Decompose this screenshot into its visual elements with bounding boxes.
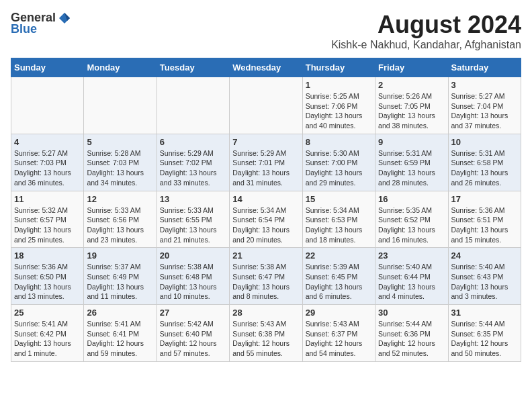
day-number: 31 bbox=[451, 308, 518, 318]
day-number: 28 bbox=[232, 308, 299, 318]
calendar-cell: 22Sunrise: 5:39 AM Sunset: 6:45 PM Dayli… bbox=[302, 248, 375, 305]
day-number: 26 bbox=[87, 308, 153, 318]
page-header: General Blue August 2024 Kishk-e Nakhud,… bbox=[11, 11, 521, 51]
day-info: Sunrise: 5:33 AM Sunset: 6:56 PM Dayligh… bbox=[87, 205, 153, 245]
day-info: Sunrise: 5:27 AM Sunset: 7:04 PM Dayligh… bbox=[451, 91, 518, 131]
day-info: Sunrise: 5:30 AM Sunset: 7:00 PM Dayligh… bbox=[306, 148, 372, 188]
calendar-cell: 6Sunrise: 5:29 AM Sunset: 7:02 PM Daylig… bbox=[157, 134, 229, 191]
calendar-cell bbox=[230, 77, 302, 134]
header-tuesday: Tuesday bbox=[157, 58, 229, 77]
calendar-cell bbox=[157, 77, 229, 134]
day-info: Sunrise: 5:29 AM Sunset: 7:01 PM Dayligh… bbox=[232, 148, 299, 188]
day-info: Sunrise: 5:39 AM Sunset: 6:45 PM Dayligh… bbox=[306, 262, 372, 302]
day-number: 27 bbox=[160, 308, 226, 318]
day-info: Sunrise: 5:31 AM Sunset: 6:59 PM Dayligh… bbox=[378, 148, 445, 188]
logo-blue-text: Blue bbox=[11, 22, 37, 36]
day-number: 2 bbox=[378, 80, 445, 90]
day-number: 25 bbox=[14, 308, 81, 318]
calendar-cell: 8Sunrise: 5:30 AM Sunset: 7:00 PM Daylig… bbox=[302, 134, 375, 191]
calendar-cell: 26Sunrise: 5:41 AM Sunset: 6:41 PM Dayli… bbox=[84, 305, 157, 362]
calendar-week-3: 11Sunrise: 5:32 AM Sunset: 6:57 PM Dayli… bbox=[11, 191, 521, 248]
day-info: Sunrise: 5:42 AM Sunset: 6:40 PM Dayligh… bbox=[160, 319, 226, 359]
calendar-cell: 14Sunrise: 5:34 AM Sunset: 6:54 PM Dayli… bbox=[230, 191, 302, 248]
calendar-cell: 28Sunrise: 5:43 AM Sunset: 6:38 PM Dayli… bbox=[230, 305, 302, 362]
day-number: 17 bbox=[451, 194, 518, 204]
calendar-cell: 21Sunrise: 5:38 AM Sunset: 6:47 PM Dayli… bbox=[230, 248, 302, 305]
day-number: 15 bbox=[306, 194, 372, 204]
day-info: Sunrise: 5:44 AM Sunset: 6:36 PM Dayligh… bbox=[378, 319, 445, 359]
day-info: Sunrise: 5:26 AM Sunset: 7:05 PM Dayligh… bbox=[378, 91, 445, 131]
header-saturday: Saturday bbox=[448, 58, 521, 77]
day-info: Sunrise: 5:31 AM Sunset: 6:58 PM Dayligh… bbox=[451, 148, 518, 188]
calendar-cell: 13Sunrise: 5:33 AM Sunset: 6:55 PM Dayli… bbox=[157, 191, 229, 248]
calendar-cell: 30Sunrise: 5:44 AM Sunset: 6:36 PM Dayli… bbox=[375, 305, 448, 362]
page-title: August 2024 bbox=[331, 11, 521, 39]
day-info: Sunrise: 5:40 AM Sunset: 6:43 PM Dayligh… bbox=[451, 262, 518, 302]
calendar-cell: 31Sunrise: 5:44 AM Sunset: 6:35 PM Dayli… bbox=[448, 305, 521, 362]
day-info: Sunrise: 5:43 AM Sunset: 6:38 PM Dayligh… bbox=[232, 319, 299, 359]
day-number: 24 bbox=[451, 250, 518, 261]
calendar-cell: 25Sunrise: 5:41 AM Sunset: 6:42 PM Dayli… bbox=[11, 305, 84, 362]
calendar-cell: 17Sunrise: 5:36 AM Sunset: 6:51 PM Dayli… bbox=[448, 191, 521, 248]
calendar-cell: 27Sunrise: 5:42 AM Sunset: 6:40 PM Dayli… bbox=[157, 305, 229, 362]
day-number: 21 bbox=[232, 250, 299, 261]
day-number: 5 bbox=[87, 137, 153, 147]
calendar-cell: 2Sunrise: 5:26 AM Sunset: 7:05 PM Daylig… bbox=[375, 77, 448, 134]
calendar-cell bbox=[11, 77, 84, 134]
day-info: Sunrise: 5:38 AM Sunset: 6:47 PM Dayligh… bbox=[232, 262, 299, 302]
header-friday: Friday bbox=[375, 58, 448, 77]
calendar-cell: 10Sunrise: 5:31 AM Sunset: 6:58 PM Dayli… bbox=[448, 134, 521, 191]
day-number: 30 bbox=[378, 308, 445, 318]
day-info: Sunrise: 5:32 AM Sunset: 6:57 PM Dayligh… bbox=[14, 205, 81, 245]
day-info: Sunrise: 5:38 AM Sunset: 6:48 PM Dayligh… bbox=[160, 262, 226, 302]
calendar-cell: 18Sunrise: 5:36 AM Sunset: 6:50 PM Dayli… bbox=[11, 248, 84, 305]
calendar-cell: 11Sunrise: 5:32 AM Sunset: 6:57 PM Dayli… bbox=[11, 191, 84, 248]
day-number: 8 bbox=[306, 137, 372, 147]
calendar-cell: 1Sunrise: 5:25 AM Sunset: 7:06 PM Daylig… bbox=[302, 77, 375, 134]
day-info: Sunrise: 5:25 AM Sunset: 7:06 PM Dayligh… bbox=[306, 91, 372, 131]
day-number: 20 bbox=[160, 250, 226, 261]
day-number: 18 bbox=[14, 250, 81, 261]
day-number: 10 bbox=[451, 137, 518, 147]
day-info: Sunrise: 5:34 AM Sunset: 6:53 PM Dayligh… bbox=[306, 205, 372, 245]
header-sunday: Sunday bbox=[11, 58, 84, 77]
calendar-cell: 5Sunrise: 5:28 AM Sunset: 7:03 PM Daylig… bbox=[84, 134, 157, 191]
calendar-cell: 3Sunrise: 5:27 AM Sunset: 7:04 PM Daylig… bbox=[448, 77, 521, 134]
day-number: 29 bbox=[306, 308, 372, 318]
day-number: 13 bbox=[160, 194, 226, 204]
day-info: Sunrise: 5:40 AM Sunset: 6:44 PM Dayligh… bbox=[378, 262, 445, 302]
day-info: Sunrise: 5:36 AM Sunset: 6:51 PM Dayligh… bbox=[451, 205, 518, 245]
calendar-cell: 12Sunrise: 5:33 AM Sunset: 6:56 PM Dayli… bbox=[84, 191, 157, 248]
header-monday: Monday bbox=[84, 58, 157, 77]
day-number: 9 bbox=[378, 137, 445, 147]
day-number: 22 bbox=[306, 250, 372, 261]
logo-icon bbox=[58, 11, 71, 25]
day-number: 14 bbox=[232, 194, 299, 204]
calendar-cell: 7Sunrise: 5:29 AM Sunset: 7:01 PM Daylig… bbox=[230, 134, 302, 191]
calendar-cell: 20Sunrise: 5:38 AM Sunset: 6:48 PM Dayli… bbox=[157, 248, 229, 305]
calendar-week-4: 18Sunrise: 5:36 AM Sunset: 6:50 PM Dayli… bbox=[11, 248, 521, 305]
day-info: Sunrise: 5:29 AM Sunset: 7:02 PM Dayligh… bbox=[160, 148, 226, 188]
title-block: August 2024 Kishk-e Nakhud, Kandahar, Af… bbox=[331, 11, 521, 51]
day-number: 19 bbox=[87, 250, 153, 261]
calendar-week-2: 4Sunrise: 5:27 AM Sunset: 7:03 PM Daylig… bbox=[11, 134, 521, 191]
calendar-week-5: 25Sunrise: 5:41 AM Sunset: 6:42 PM Dayli… bbox=[11, 305, 521, 362]
calendar-header-row: SundayMondayTuesdayWednesdayThursdayFrid… bbox=[11, 58, 521, 77]
day-number: 7 bbox=[232, 137, 299, 147]
day-info: Sunrise: 5:41 AM Sunset: 6:42 PM Dayligh… bbox=[14, 319, 81, 359]
calendar-cell: 24Sunrise: 5:40 AM Sunset: 6:43 PM Dayli… bbox=[448, 248, 521, 305]
calendar-cell: 15Sunrise: 5:34 AM Sunset: 6:53 PM Dayli… bbox=[302, 191, 375, 248]
calendar-cell bbox=[84, 77, 157, 134]
calendar-cell: 29Sunrise: 5:43 AM Sunset: 6:37 PM Dayli… bbox=[302, 305, 375, 362]
day-info: Sunrise: 5:44 AM Sunset: 6:35 PM Dayligh… bbox=[451, 319, 518, 359]
day-number: 3 bbox=[451, 80, 518, 90]
day-number: 1 bbox=[306, 80, 372, 90]
day-number: 23 bbox=[378, 250, 445, 261]
calendar-cell: 9Sunrise: 5:31 AM Sunset: 6:59 PM Daylig… bbox=[375, 134, 448, 191]
day-number: 11 bbox=[14, 194, 81, 204]
day-number: 16 bbox=[378, 194, 445, 204]
calendar-cell: 19Sunrise: 5:37 AM Sunset: 6:49 PM Dayli… bbox=[84, 248, 157, 305]
day-info: Sunrise: 5:28 AM Sunset: 7:03 PM Dayligh… bbox=[87, 148, 153, 188]
calendar-cell: 16Sunrise: 5:35 AM Sunset: 6:52 PM Dayli… bbox=[375, 191, 448, 248]
page-subtitle: Kishk-e Nakhud, Kandahar, Afghanistan bbox=[331, 39, 521, 51]
